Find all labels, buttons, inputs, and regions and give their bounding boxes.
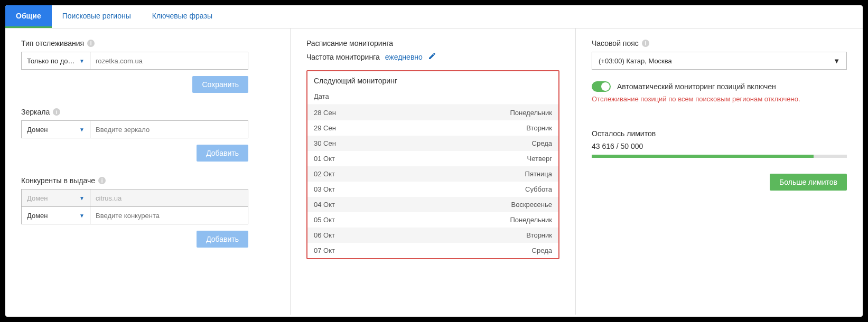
next-monitoring-title: Следующий мониторинг — [307, 71, 558, 88]
mirror-input[interactable] — [90, 120, 248, 138]
freq-value[interactable]: ежедневно — [385, 53, 423, 61]
date-column-header: Дата — [307, 88, 558, 105]
info-icon: i — [642, 40, 649, 47]
competitor-type-select-2[interactable]: Домен ▼ — [21, 206, 90, 224]
row-date: 29 Сен — [314, 124, 336, 132]
row-date: 04 Окт — [314, 201, 335, 209]
tracking-domain-input[interactable] — [90, 52, 248, 70]
row-day: Вторник — [526, 231, 552, 239]
next-monitoring-box: Следующий мониторинг Дата 28 СенПонедель… — [306, 70, 559, 259]
mirrors-label: Зеркала i — [21, 108, 274, 116]
mirror-type-select[interactable]: Домен ▼ — [21, 120, 90, 138]
row-date: 30 Сен — [314, 139, 336, 147]
caret-down-icon: ▼ — [833, 57, 840, 65]
row-day: Среда — [532, 139, 552, 147]
tab-regions[interactable]: Поисковые регионы — [52, 5, 142, 28]
row-date: 28 Сен — [314, 109, 336, 117]
edit-icon[interactable] — [428, 52, 436, 62]
table-row: 30 СенСреда — [307, 136, 558, 151]
row-day: Четверг — [527, 155, 552, 163]
competitor-input-2[interactable] — [90, 206, 248, 224]
row-day: Суббота — [525, 185, 552, 193]
row-date: 06 Окт — [314, 231, 335, 239]
table-row: 02 ОктПятница — [307, 166, 558, 182]
caret-down-icon: ▼ — [79, 58, 85, 64]
competitors-label: Конкуренты в выдаче i — [21, 176, 274, 185]
tracking-type-select[interactable]: Только по до… ▼ — [21, 52, 90, 70]
row-day: Вторник — [526, 124, 552, 132]
row-date: 05 Окт — [314, 216, 335, 224]
limits-value: 43 616 / 50 000 — [592, 142, 847, 150]
competitor-type-select-1: Домен ▼ — [21, 189, 90, 207]
info-icon: i — [87, 40, 95, 47]
info-icon: i — [98, 177, 106, 184]
add-mirror-button[interactable]: Добавить — [197, 145, 248, 162]
limits-progress — [592, 155, 847, 158]
info-icon: i — [53, 108, 60, 116]
row-date: 07 Окт — [314, 247, 335, 254]
table-row: 29 СенВторник — [307, 120, 558, 136]
row-day: Понедельник — [510, 216, 552, 224]
table-row: 07 ОктСреда — [307, 243, 558, 258]
caret-down-icon: ▼ — [79, 195, 85, 201]
caret-down-icon: ▼ — [79, 213, 85, 219]
auto-monitor-toggle[interactable] — [592, 81, 611, 92]
row-day: Пятница — [525, 170, 552, 178]
tabs: Общие Поисковые регионы Ключевые фразы — [5, 5, 863, 29]
row-date: 02 Окт — [314, 170, 335, 178]
monitor-warning: Отслеживание позиций по всем поисковым р… — [592, 95, 847, 103]
timezone-select[interactable]: (+03:00) Катар, Москва ▼ — [592, 52, 847, 70]
tracking-type-label: Тип отслеживания i — [21, 39, 274, 48]
table-row: 06 ОктВторник — [307, 228, 558, 243]
row-date: 03 Окт — [314, 185, 335, 193]
competitor-value-1: citrus.ua — [90, 189, 248, 207]
tab-general[interactable]: Общие — [5, 5, 52, 28]
freq-label: Частота мониторинга — [306, 53, 380, 61]
limits-label: Осталось лимитов — [592, 129, 847, 138]
tab-keywords[interactable]: Ключевые фразы — [142, 5, 223, 28]
auto-monitor-label: Автоматический мониторинг позиций включе… — [617, 82, 776, 91]
caret-down-icon: ▼ — [79, 127, 85, 132]
row-date: 01 Окт — [314, 155, 335, 163]
row-day: Понедельник — [510, 109, 552, 117]
save-button[interactable]: Сохранить — [192, 76, 248, 93]
row-day: Среда — [532, 247, 552, 254]
table-row: 03 ОктСуббота — [307, 182, 558, 197]
row-day: Воскресенье — [511, 201, 552, 209]
table-row: 01 ОктЧетверг — [307, 151, 558, 166]
timezone-label: Часовой пояс i — [592, 39, 847, 48]
table-row: 05 ОктПонедельник — [307, 212, 558, 228]
add-competitor-button[interactable]: Добавить — [197, 231, 248, 248]
table-row: 04 ОктВоскресенье — [307, 197, 558, 212]
table-row: 28 СенПонедельник — [307, 105, 558, 120]
more-limits-button[interactable]: Больше лимитов — [770, 174, 847, 191]
schedule-title: Расписание мониторинга — [306, 39, 559, 48]
